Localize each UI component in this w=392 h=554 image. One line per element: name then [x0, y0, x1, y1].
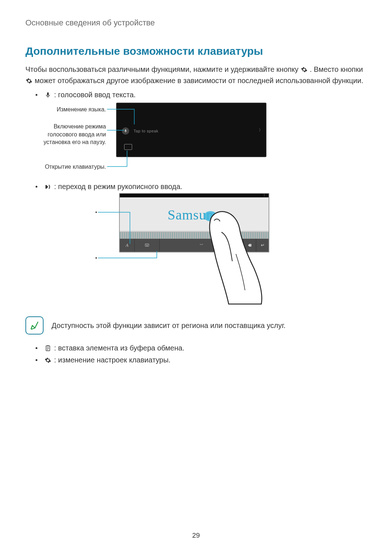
fig2-left-marker-2	[95, 257, 97, 259]
svg-rect-0	[145, 244, 149, 246]
page-header: Основные сведения об устройстве	[25, 18, 367, 28]
fig2-chevron-icon: 〉	[264, 193, 266, 197]
intro-seg3: может отображаться другое изображение в …	[35, 77, 363, 85]
fig1-device-screen: Tap to speak 〉	[116, 103, 266, 157]
svg-rect-1	[146, 245, 146, 245]
fig2-left-marker-1	[95, 212, 97, 213]
clipboard-icon	[44, 344, 52, 352]
bullet-settings: : изменение настроек клавиатуры.	[36, 356, 367, 364]
gear-icon	[25, 77, 33, 85]
bullet-mic-text: : голосовой ввод текста.	[54, 91, 136, 99]
fig2-finger-illustration	[196, 203, 272, 305]
svg-rect-2	[147, 245, 147, 245]
intro-seg2: . Вместо кнопки	[310, 65, 363, 73]
fig1-keyboard-icon	[124, 144, 132, 150]
bullet-dot	[36, 186, 37, 188]
svg-rect-8	[47, 345, 49, 346]
fig2-top-strip: 〉	[120, 194, 269, 197]
svg-rect-4	[148, 245, 148, 245]
figure-voice-input: Изменение языка. Включение режима голосо…	[25, 103, 367, 175]
svg-rect-3	[147, 245, 148, 245]
fig2-key-a: A	[120, 239, 135, 252]
fig1-callout-open-keyboard: Открытие клавиатуры.	[45, 164, 106, 170]
bullet-clipboard-text: : вставка элемента из буфера обмена.	[54, 344, 184, 352]
note-row: Доступность этой функции зависит от реги…	[25, 316, 367, 335]
handwriting-icon	[44, 183, 52, 191]
fig1-callout-voice-toggle: Включение режима голосового ввода или ус…	[26, 123, 106, 146]
bullet-handwriting-text: : переход в режим рукописного ввода.	[54, 182, 182, 191]
fig2-key-keyboard	[135, 239, 160, 252]
note-icon	[25, 316, 44, 335]
figure-handwriting: 〉 Samsung A	[25, 193, 367, 305]
svg-rect-5	[146, 246, 148, 246]
mic-icon	[44, 91, 52, 99]
fig1-tap-to-speak: Tap to speak	[134, 129, 158, 133]
gear-icon	[44, 356, 52, 364]
bullet-mic: : голосовой ввод текста.	[36, 91, 367, 99]
fig1-chevron-icon: 〉	[259, 127, 263, 133]
bullet-settings-text: : изменение настроек клавиатуры.	[54, 356, 171, 364]
bullet-handwriting: : переход в режим рукописного ввода.	[36, 182, 367, 191]
fig1-mic-button	[122, 127, 129, 135]
gear-icon	[301, 66, 308, 73]
fig1-callout-language: Изменение языка.	[57, 106, 106, 113]
intro-seg1: Чтобы воспользоваться различными функция…	[25, 65, 301, 73]
bullet-dot	[36, 347, 37, 349]
svg-rect-7	[46, 346, 50, 351]
note-text: Доступность этой функции зависит от реги…	[52, 321, 286, 330]
bullet-dot	[36, 359, 37, 361]
bullet-dot	[36, 94, 37, 96]
page-number: 29	[0, 532, 392, 539]
section-title: Дополнительные возможности клавиатуры	[25, 45, 367, 57]
intro-paragraph: Чтобы воспользоваться различными функция…	[25, 64, 367, 86]
bullet-clipboard: : вставка элемента из буфера обмена.	[36, 344, 367, 352]
